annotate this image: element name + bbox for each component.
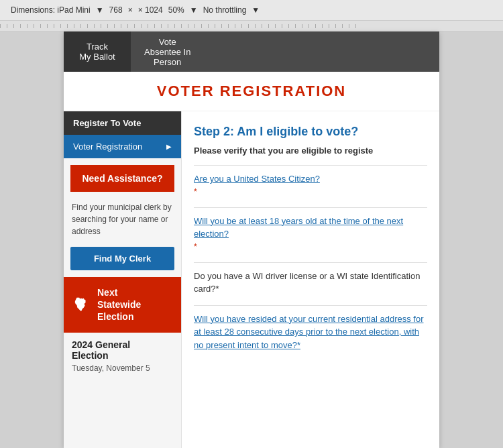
nav-track-ballot[interactable]: Track My Ballot xyxy=(64,32,131,72)
separator: × xyxy=(128,5,133,15)
dimensions-label: Dimensions: iPad Mini xyxy=(11,5,91,15)
form-question-2-text: Will you be at least 18 years old at the… xyxy=(194,215,427,241)
sidebar: Register To Vote Voter Registration Need… xyxy=(64,111,181,448)
form-question-4-text: Will you have resided at your current re… xyxy=(194,313,427,352)
form-question-4: Will you have resided at your current re… xyxy=(194,313,427,352)
form-divider-1 xyxy=(194,165,427,166)
election-date: Tuesday, November 5 xyxy=(72,363,173,373)
sidebar-election-banner: Next Statewide Election xyxy=(64,277,181,333)
sidebar-assistance-button[interactable]: Need Assistance? xyxy=(70,165,174,192)
form-instruction: Please verify that you are eligible to r… xyxy=(194,146,427,156)
page-wrapper: Track My Ballot Vote Absentee In Person … xyxy=(64,32,439,448)
sidebar-election-text: Next Statewide Election xyxy=(97,286,141,323)
form-question-1-asterisk: * xyxy=(194,186,427,198)
throttle-value: No throttling xyxy=(203,5,247,15)
main-content: Register To Vote Voter Registration Need… xyxy=(64,111,439,448)
sidebar-election-info: 2024 General Election Tuesday, November … xyxy=(64,333,181,380)
browser-bar: Dimensions: iPad Mini ▼ 768 × × 1024 50%… xyxy=(0,0,503,21)
form-area: Step 2: Am I eligible to vote? Please ve… xyxy=(181,111,439,448)
page-header: VOTER REGISTRATION xyxy=(64,72,439,111)
form-question-3: Do you have a WI driver license or a WI … xyxy=(194,270,427,296)
sidebar-register-header: Register To Vote xyxy=(64,111,181,135)
zoom-dropdown-icon[interactable]: ▼ xyxy=(190,5,198,15)
sidebar-clerk-description: Find your municipal clerk by searching f… xyxy=(64,197,181,244)
sidebar-find-clerk-button[interactable]: Find My Clerk xyxy=(70,247,174,270)
height-value: × 1024 xyxy=(138,5,163,15)
sidebar-voter-registration-item[interactable]: Voter Registration xyxy=(64,135,181,158)
form-question-1: Are you a United States Citizen? * xyxy=(194,172,427,198)
width-value: 768 xyxy=(109,5,123,15)
form-question-3-text: Do you have a WI driver license or a WI … xyxy=(194,270,427,296)
form-question-2-asterisk: * xyxy=(194,241,427,253)
dropdown-icon[interactable]: ▼ xyxy=(96,5,104,15)
form-divider-2 xyxy=(194,207,427,208)
form-step-title: Step 2: Am I eligible to vote? xyxy=(194,125,427,139)
nav-vote-absentee[interactable]: Vote Absentee In Person xyxy=(131,32,204,72)
form-question-1-text: Are you a United States Citizen? xyxy=(194,172,427,186)
page-title: VOTER REGISTRATION xyxy=(77,82,426,100)
election-name: 2024 General Election xyxy=(72,339,173,361)
zoom-value: 50% xyxy=(168,5,184,15)
nav-bar: Track My Ballot Vote Absentee In Person xyxy=(64,32,439,72)
form-question-2: Will you be at least 18 years old at the… xyxy=(194,215,427,253)
form-divider-3 xyxy=(194,262,427,263)
form-divider-4 xyxy=(194,305,427,306)
ruler-bar xyxy=(0,21,503,32)
throttle-dropdown-icon[interactable]: ▼ xyxy=(252,5,260,15)
wisconsin-icon xyxy=(72,295,91,314)
